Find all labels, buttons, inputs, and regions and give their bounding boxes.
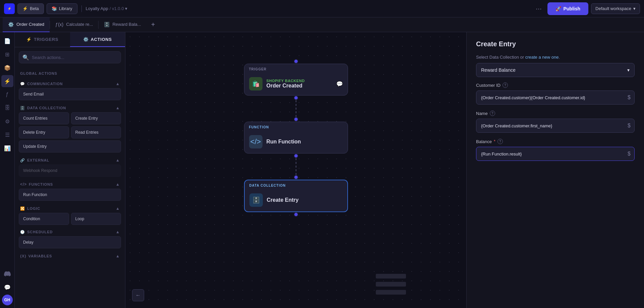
data-collection-section-header[interactable]: 🗄️ Data Collection ▲ (19, 102, 121, 112)
name-field-group: Name ? $ (476, 111, 635, 133)
sidebar-icon-chart[interactable]: 📊 (1, 142, 13, 154)
zoom-button[interactable]: ← (132, 289, 144, 301)
app-logo: ⚡ (4, 3, 15, 14)
sidebar-icon-list[interactable]: ☰ (1, 129, 13, 141)
variables-section-header[interactable]: {x} Variables ▲ (19, 250, 121, 260)
data-collection-node[interactable]: DATA COLLECTION 🗄️ Create Entry (244, 180, 348, 212)
delete-entry-button[interactable]: Delete Entry (19, 126, 69, 138)
sidebar-icon-grid[interactable]: ⊞ (1, 48, 13, 60)
create-entry-button[interactable]: Create Entry (71, 112, 121, 124)
workspace-label: Default workspace (595, 6, 631, 11)
sidebar-icon-settings[interactable]: ⚙ (1, 115, 13, 127)
panel-collection-label: Select Data Collection or create a new o… (476, 55, 635, 60)
data-collection-grid: Count Entries Create Entry Delete Entry … (19, 112, 121, 138)
condition-button[interactable]: Condition (19, 213, 69, 225)
search-input[interactable] (32, 55, 117, 60)
sidebar-icon-database[interactable]: 🗄 (1, 102, 13, 114)
chevron-down-icon[interactable]: ▾ (125, 6, 127, 11)
external-section-header[interactable]: 🔗 External ▲ (19, 155, 121, 165)
balance-label: Balance (476, 139, 492, 144)
function-icon: </> (249, 135, 262, 148)
name-label: Name (476, 111, 488, 116)
update-entry-button[interactable]: Update Entry (19, 140, 121, 152)
balance-input[interactable] (476, 147, 635, 161)
create-new-link[interactable]: create a new one (525, 55, 559, 60)
app-version: / v1.0.0 (110, 6, 124, 11)
actions-list: GLOBAL ACTIONS 💬 Communication ▲ Send Em… (15, 67, 125, 308)
more-options-button[interactable]: ⋯ (533, 3, 545, 14)
sidebar-icon-lightning[interactable]: ⚡ (1, 75, 13, 87)
tab-order-created[interactable]: ⚙️ Order Created (3, 17, 50, 32)
tab-reward[interactable]: 🗄️ Reward Bala... (99, 17, 146, 32)
placeholder-card-2 (376, 282, 406, 287)
logic-section-header[interactable]: 🔀 Logic ▲ (19, 203, 121, 213)
webhook-respond-button[interactable]: Webhook Respond (19, 165, 121, 177)
communication-section-header[interactable]: 💬 Communication ▲ (19, 78, 121, 88)
chevron-down-icon: ▾ (633, 6, 636, 11)
communication-chevron: ▲ (116, 81, 120, 86)
name-input-wrap: $ (476, 119, 635, 133)
logic-chevron: ▲ (116, 206, 120, 211)
scheduled-icon: 🕐 (20, 230, 25, 234)
add-tab-button[interactable]: + (148, 19, 159, 30)
library-icon: 📚 (52, 6, 57, 11)
discord-icon[interactable] (1, 268, 13, 280)
send-email-button[interactable]: Send Email (19, 88, 121, 100)
connector-line-1 (296, 100, 296, 117)
communication-title: 💬 Communication (20, 82, 63, 86)
topbar: ⚡ ⚡ Beta 📚 Library Loyalty App / v1.0.0 … (0, 0, 644, 17)
sidebar-icon-fx[interactable]: ƒ (1, 88, 13, 101)
sidebar: 📄 ⊞ 📦 ⚡ ƒ 🗄 ⚙ ☰ 📊 💬 GH (0, 32, 15, 308)
run-function-button[interactable]: Run Function (19, 189, 121, 201)
workspace-button[interactable]: Default workspace ▾ (591, 3, 640, 14)
actions-tab[interactable]: ⚙️ ACTIONS (70, 32, 125, 47)
name-help[interactable]: ? (490, 111, 495, 116)
global-actions-label: GLOBAL ACTIONS (19, 67, 121, 78)
publish-button[interactable]: 🚀 Publish (547, 2, 588, 15)
beta-button[interactable]: ⚡ Beta (17, 3, 44, 14)
delay-button[interactable]: Delay (19, 236, 121, 248)
trigger-subtitle: SHOPIFY BACKEND (267, 79, 332, 83)
read-entries-button[interactable]: Read Entries (71, 126, 121, 138)
function-node[interactable]: FUNCTION </> Run Function (244, 122, 348, 153)
trigger-node[interactable]: TRIGGER 🛍️ SHOPIFY BACKEND Order Created… (244, 64, 348, 96)
tabbar: ⚙️ Order Created ƒ(x) Calculate re... 🗄️… (0, 17, 644, 32)
scheduled-section-header[interactable]: 🕐 Scheduled ▲ (19, 226, 121, 236)
functions-icon: </> (20, 182, 27, 187)
avatar[interactable]: GH (2, 295, 13, 305)
library-button[interactable]: 📚 Library (47, 3, 77, 14)
loop-button[interactable]: Loop (71, 213, 121, 225)
functions-section-header[interactable]: </> Functions ▲ (19, 179, 121, 189)
customer-id-label-row: Customer ID ? (476, 82, 635, 88)
count-entries-button[interactable]: Count Entries (19, 112, 69, 124)
panel-collection-section: Select Data Collection or create a new o… (467, 55, 644, 174)
sidebar-icon-box[interactable]: 📦 (1, 62, 13, 74)
app-breadcrumb: Loyalty App / v1.0.0 ▾ (86, 6, 128, 11)
customer-id-input[interactable] (476, 90, 635, 105)
connector-dot-3 (294, 153, 298, 158)
triggers-icon: ⚡ (26, 37, 32, 42)
data-collection-title: 🗄️ Data Collection (20, 106, 66, 110)
node-header-data: DATA COLLECTION (245, 180, 347, 191)
top-connector (294, 59, 298, 64)
name-input[interactable] (476, 119, 635, 133)
external-icon: 🔗 (20, 158, 25, 163)
actions-icon: ⚙️ (83, 37, 89, 42)
connector-dot-1 (294, 96, 298, 100)
sidebar-icon-comment[interactable]: 💬 (1, 281, 13, 293)
communication-icon: 💬 (20, 82, 25, 86)
tab-calculate[interactable]: ƒ(x) Calculate re... (50, 17, 98, 32)
select-chevron-icon: ▾ (627, 67, 630, 73)
sidebar-icon-pages[interactable]: 📄 (1, 35, 13, 47)
balance-help[interactable]: ? (497, 139, 503, 144)
triggers-tab[interactable]: ⚡ TRIGGERS (15, 32, 70, 47)
publish-icon: 🚀 (555, 6, 561, 11)
customer-id-help[interactable]: ? (503, 82, 508, 88)
node-header-trigger: TRIGGER (244, 64, 348, 74)
customer-id-input-wrap: $ (476, 90, 635, 105)
node-header-function: FUNCTION (244, 122, 348, 132)
collection-select[interactable]: Reward Balance ▾ (476, 63, 635, 77)
flow-container: TRIGGER 🛍️ SHOPIFY BACKEND Order Created… (244, 59, 348, 217)
chat-icon: 💬 (336, 81, 343, 87)
node-texts-function: Run Function (267, 139, 343, 145)
